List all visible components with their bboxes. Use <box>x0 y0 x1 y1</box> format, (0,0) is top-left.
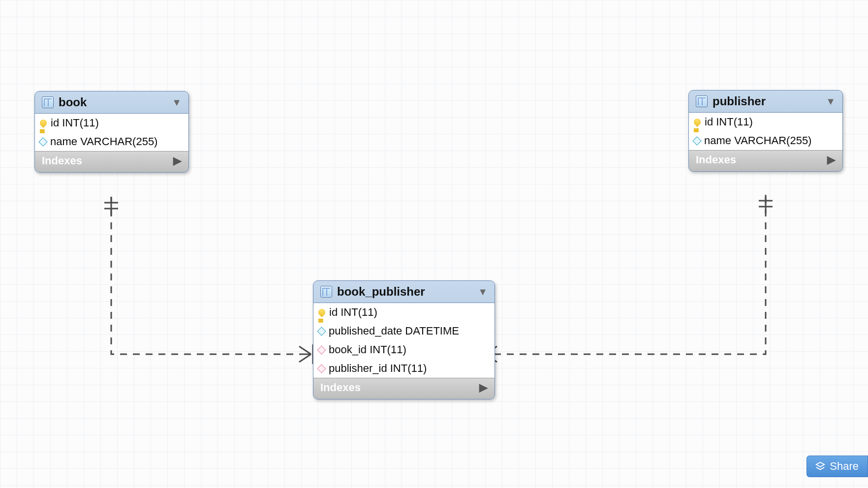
entity-book-header[interactable]: book ▼ <box>35 92 188 113</box>
indexes-row[interactable]: Indexes ▶ <box>35 151 188 172</box>
column-row[interactable]: published_date DATETIME <box>313 322 495 340</box>
indexes-row[interactable]: Indexes ▶ <box>689 150 842 171</box>
entity-book[interactable]: book ▼ id INT(11) name VARCHAR(255) Inde… <box>34 91 189 173</box>
column-row[interactable]: name VARCHAR(255) <box>35 132 188 151</box>
entity-book-publisher[interactable]: book_publisher ▼ id INT(11) published_da… <box>313 280 495 399</box>
share-button-label: Share <box>830 460 859 473</box>
indexes-label: Indexes <box>696 153 736 166</box>
column-label: name VARCHAR(255) <box>704 134 811 147</box>
diamond-icon <box>38 137 47 146</box>
table-icon <box>42 96 54 108</box>
column-label: id INT(11) <box>705 116 753 128</box>
column-row[interactable]: id INT(11) <box>313 303 495 322</box>
column-row[interactable]: id INT(11) <box>689 113 842 131</box>
chevron-right-icon: ▶ <box>827 153 836 166</box>
entity-book-publisher-header[interactable]: book_publisher ▼ <box>313 281 495 303</box>
chevron-down-icon[interactable]: ▼ <box>478 286 488 298</box>
column-row[interactable]: id INT(11) <box>35 114 188 132</box>
svg-line-5 <box>299 354 311 362</box>
column-row[interactable]: book_id INT(11) <box>313 340 495 359</box>
table-icon <box>696 95 708 107</box>
key-icon <box>692 117 702 127</box>
chevron-down-icon[interactable]: ▼ <box>172 97 182 108</box>
column-label: id INT(11) <box>329 306 377 319</box>
indexes-label: Indexes <box>42 154 82 167</box>
entity-publisher-columns: id INT(11) name VARCHAR(255) <box>689 112 842 150</box>
column-label: publisher_id INT(11) <box>329 362 427 375</box>
diamond-icon <box>317 364 326 373</box>
diamond-icon <box>317 327 326 336</box>
entity-book-columns: id INT(11) name VARCHAR(255) <box>35 113 188 151</box>
entity-publisher[interactable]: publisher ▼ id INT(11) name VARCHAR(255)… <box>688 90 843 172</box>
column-label: name VARCHAR(255) <box>50 135 157 148</box>
chevron-right-icon: ▶ <box>479 381 488 394</box>
key-icon <box>317 307 327 317</box>
chevron-down-icon[interactable]: ▼ <box>826 96 836 107</box>
diamond-icon <box>692 136 701 145</box>
indexes-label: Indexes <box>320 381 361 394</box>
diamond-icon <box>317 345 326 354</box>
table-icon <box>320 286 332 298</box>
column-label: published_date DATETIME <box>329 325 459 337</box>
svg-marker-14 <box>816 462 825 467</box>
entity-book-publisher-columns: id INT(11) published_date DATETIME book_… <box>313 303 495 378</box>
entity-publisher-title: publisher <box>713 94 766 108</box>
entity-publisher-header[interactable]: publisher ▼ <box>689 91 842 112</box>
layers-icon <box>815 461 826 472</box>
entity-book-publisher-title: book_publisher <box>337 285 425 299</box>
er-relationships <box>0 0 868 488</box>
column-row[interactable]: publisher_id INT(11) <box>313 359 495 378</box>
key-icon <box>38 118 48 128</box>
chevron-right-icon: ▶ <box>173 154 182 167</box>
indexes-row[interactable]: Indexes ▶ <box>313 378 495 399</box>
share-button[interactable]: Share <box>806 456 868 477</box>
svg-line-3 <box>299 346 311 354</box>
column-label: id INT(11) <box>51 117 99 129</box>
column-label: book_id INT(11) <box>329 343 406 356</box>
entity-book-title: book <box>59 95 87 109</box>
column-row[interactable]: name VARCHAR(255) <box>689 131 842 150</box>
